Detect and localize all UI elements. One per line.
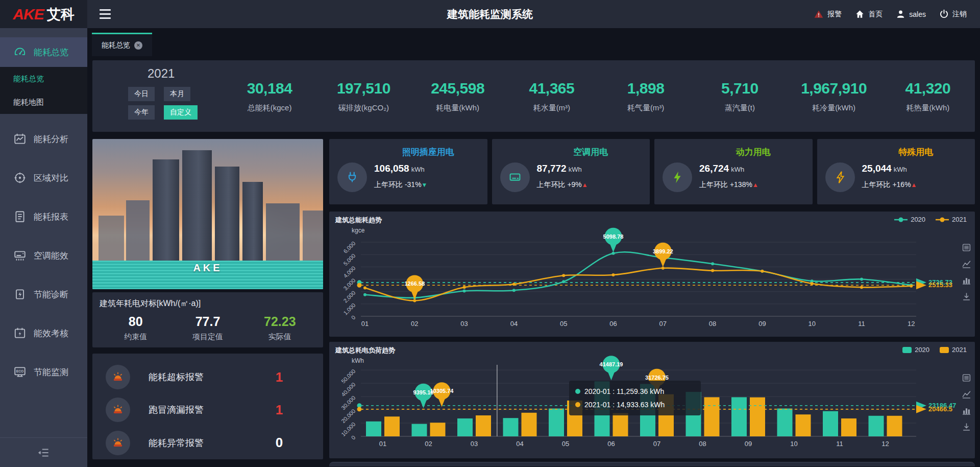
sidebar-item-saving-diagnosis[interactable]: 节能诊断	[0, 281, 87, 308]
building-caption: AKE	[92, 262, 323, 274]
range-button-year[interactable]: 今年	[128, 105, 155, 120]
svg-text:31726.75: 31726.75	[645, 375, 669, 381]
content: 2021 今日 本月 今年 自定义 30,184总能耗(kgce) 197,51…	[87, 56, 980, 466]
sidebar-item-energy-overview[interactable]: 能耗总览	[0, 37, 87, 67]
sidebar-item-label: 区域对比	[34, 172, 68, 184]
legend-2021[interactable]: 2021	[940, 346, 967, 354]
svg-text:08: 08	[699, 440, 706, 448]
gauge-icon	[13, 45, 27, 59]
svg-text:06: 06	[609, 320, 617, 328]
sidebar-item-region-compare[interactable]: 区域对比	[0, 164, 87, 192]
svg-text:09: 09	[758, 320, 766, 328]
card-yoy: 上年环比 +16%▲	[862, 180, 970, 190]
left-column: AKE 建筑年耗电对标[kWh/(㎡·a)] 80约束值 77.7项目定值	[92, 139, 323, 466]
chart-tooltip: 2020-01 : 11,259.36 kWh 2021-01 : 14,933…	[569, 381, 701, 415]
logout-menu-item[interactable]: 注销	[939, 9, 967, 19]
sidebar-item-efficiency-assessment[interactable]: 能效考核	[0, 319, 87, 347]
sidebar-submenu: 能耗总览 能耗地图	[0, 67, 87, 114]
alert-icon	[814, 9, 824, 19]
svg-text:1,000: 1,000	[342, 302, 356, 316]
svg-text:5098.78: 5098.78	[603, 233, 624, 240]
svg-text:1266.58: 1266.58	[404, 281, 425, 287]
benchmark-project: 77.7项目定值	[172, 314, 243, 342]
sidebar-item-hvac-efficiency[interactable]: 空调能效	[0, 242, 87, 269]
submenu-item-energy-map[interactable]: 能耗地图	[0, 90, 87, 114]
alarm-row-leakage[interactable]: 跑冒滴漏报警 1	[106, 395, 310, 424]
tab-close-icon[interactable]: ✕	[134, 41, 142, 50]
benchmark-actual: 72.23实际值	[244, 314, 316, 342]
svg-text:10,000: 10,000	[340, 421, 356, 437]
svg-text:04: 04	[516, 440, 523, 448]
bar-type-icon[interactable]	[962, 406, 971, 415]
card-power[interactable]: 动力用电 26,724kWh 上年环比 +138%▲	[654, 139, 813, 204]
tooltip-dot-2020	[575, 389, 580, 394]
svg-text:11: 11	[858, 320, 865, 328]
line-type-icon[interactable]	[962, 260, 971, 268]
chart-title: 建筑总能耗趋势	[335, 216, 382, 225]
benchmark-title: 建筑年耗电对标[kWh/(㎡·a)]	[100, 298, 316, 309]
tab-energy-overview[interactable]: 能耗总览 ✕	[92, 33, 152, 56]
alarm-bell-icon	[106, 398, 130, 422]
svg-text:02: 02	[425, 440, 432, 448]
line-type-icon[interactable]	[962, 390, 971, 399]
logo-text-cn: 艾科	[47, 5, 75, 24]
chart-legend: 2020 2021	[902, 346, 967, 354]
card-yoy: 上年环比 +9%▲	[537, 180, 645, 190]
svg-text:09: 09	[745, 440, 752, 448]
card-value: 25,044	[862, 163, 892, 174]
stat-electricity: 245,598耗电量(kWh)	[411, 80, 505, 132]
tooltip-text: 2021-01 : 14,933.63 kWh	[584, 401, 665, 409]
plug-icon	[337, 162, 367, 192]
user-menu-label: sales	[909, 10, 926, 18]
download-icon[interactable]	[962, 423, 971, 431]
svg-text:05: 05	[562, 440, 569, 448]
data-view-icon[interactable]	[962, 373, 971, 382]
card-title: 空调用电	[537, 146, 645, 158]
submenu-item-label: 能耗地图	[13, 98, 44, 107]
range-button-custom[interactable]: 自定义	[164, 105, 198, 120]
range-button-month[interactable]: 本月	[164, 87, 190, 101]
alarm-count: 1	[249, 402, 310, 418]
menu-toggle-icon[interactable]	[87, 0, 118, 28]
logout-menu-label: 注销	[952, 10, 967, 19]
alarm-menu-item[interactable]: 报警	[814, 9, 842, 19]
card-hvac[interactable]: 空调用电 87,772kWh 上年环比 +9%▲	[492, 139, 650, 204]
home-menu-item[interactable]: 首页	[855, 9, 883, 19]
card-special[interactable]: 特殊用电 25,044kWh 上年环比 +16%▲	[817, 139, 975, 204]
legend-2020[interactable]: 2020	[894, 216, 925, 223]
sidebar-item-energy-report[interactable]: 能耗报表	[0, 203, 87, 230]
home-icon	[855, 9, 865, 19]
analysis-icon	[13, 132, 27, 146]
diagnose-icon	[13, 288, 27, 301]
sidebar-collapse-button[interactable]	[0, 437, 87, 467]
energy-trend-chart[interactable]: 01,0002,0003,0004,0005,0006,000010203040…	[329, 212, 975, 337]
sidebar-item-label: 能耗分析	[34, 133, 68, 145]
svg-text:03: 03	[460, 320, 468, 328]
header-menu: 报警 首页 sales 注销	[814, 0, 980, 28]
year-label: 2021	[128, 66, 223, 81]
legend-2020[interactable]: 2020	[902, 346, 929, 354]
eco-monitor-icon: ECO	[13, 365, 27, 379]
sidebar-item-energy-analysis[interactable]: 能耗分析	[0, 125, 87, 153]
chart-unit: kWh	[352, 357, 364, 364]
submenu-item-energy-overview[interactable]: 能耗总览	[0, 67, 87, 90]
alarm-row-over-limit[interactable]: 能耗超标报警 1	[106, 363, 310, 391]
chart-toolbox	[962, 373, 971, 431]
bar-type-icon[interactable]	[962, 276, 971, 285]
range-button-today[interactable]: 今日	[128, 87, 155, 101]
alarm-bell-icon	[106, 365, 130, 389]
legend-2021[interactable]: 2021	[936, 216, 967, 223]
card-lighting[interactable]: 照明插座用电 106,058kWh 上年环比 -31%▼	[329, 139, 487, 204]
user-menu-item[interactable]: sales	[896, 9, 926, 19]
alarm-row-abnormal[interactable]: 能耗异常报警 0	[106, 429, 310, 457]
card-title: 照明插座用电	[374, 146, 482, 158]
svg-text:01: 01	[379, 440, 386, 448]
chart-legend: 2020 2021	[894, 216, 967, 223]
data-view-icon[interactable]	[962, 243, 971, 252]
sidebar-item-label: 节能诊断	[34, 289, 68, 300]
sidebar-item-saving-monitor[interactable]: ECO 节能监测	[0, 358, 87, 386]
svg-text:03: 03	[471, 440, 478, 448]
app-root: AKE 艾科 建筑能耗监测系统 报警 首页 sales	[0, 0, 980, 467]
alarm-label: 跑冒滴漏报警	[130, 404, 249, 416]
download-icon[interactable]	[962, 292, 971, 301]
